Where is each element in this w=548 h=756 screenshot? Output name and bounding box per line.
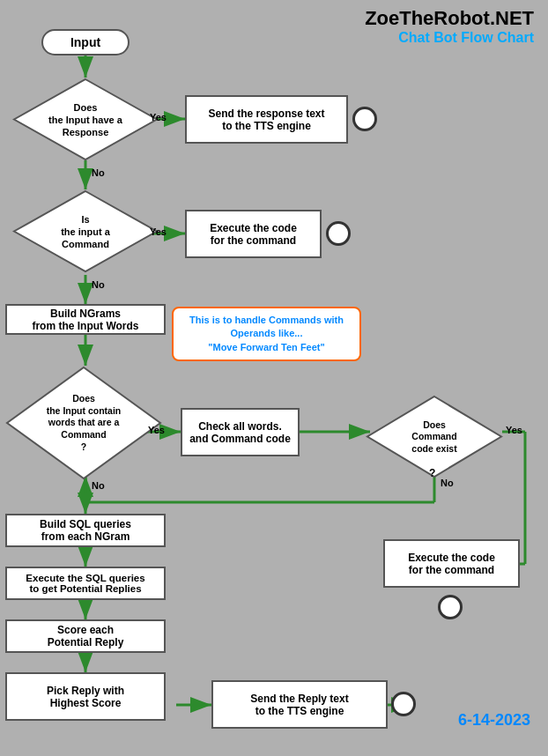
d2-yes-label: Yes xyxy=(150,226,167,237)
process-score: Score each Potential Reply xyxy=(5,619,166,653)
svg-marker-23 xyxy=(7,367,160,478)
page: ZoeTheRobot.NET Chat Bot Flow Chart xyxy=(0,0,548,756)
d1-yes-label: Yes xyxy=(150,112,167,122)
process-pick-reply: Pick Reply with Highest Score xyxy=(5,672,166,721)
d2-no-label: No xyxy=(92,279,105,290)
note-box: This is to handle Commands with Operands… xyxy=(172,307,361,361)
connector-3 xyxy=(391,692,416,716)
decision-4: DoesCommandcode exist xyxy=(366,395,503,478)
d3-yes-label: Yes xyxy=(148,425,165,435)
connector-1 xyxy=(352,107,377,131)
process-send-tts-1: Send the response text to the TTS engine xyxy=(185,95,348,144)
date-label: 6-14-2023 xyxy=(458,711,530,730)
process-execute-cmd-1: Execute the code for the command xyxy=(185,210,322,258)
svg-marker-22 xyxy=(14,191,157,271)
process-send-tts-2: Send the Reply text to the TTS engine xyxy=(211,680,388,729)
decision-4-shape xyxy=(366,395,503,478)
d1-no-label: No xyxy=(92,167,105,178)
connector-2 xyxy=(326,221,351,246)
d4-yes-label: Yes xyxy=(506,425,522,435)
decision-3: Doesthe Input containwords that are aCom… xyxy=(5,366,162,480)
decision-1: Doesthe Input have aResponse xyxy=(12,78,159,161)
decision-1-shape xyxy=(12,78,159,161)
decision-2: Isthe input aCommand xyxy=(12,189,159,273)
d4-question: ? xyxy=(429,467,435,479)
process-build-sql: Build SQL queries from each NGram xyxy=(5,514,166,547)
d4-no-label: No xyxy=(441,478,454,488)
process-build-ngrams: Build NGrams from the Input Words xyxy=(5,304,166,335)
decision-3-shape xyxy=(5,366,162,480)
svg-marker-24 xyxy=(367,397,501,477)
process-exec-sql: Execute the SQL queries to get Potential… xyxy=(5,567,166,600)
process-check-words: Check all words. and Command code xyxy=(181,408,300,456)
d3-no-label: No xyxy=(92,480,105,491)
decision-2-shape xyxy=(12,189,159,273)
input-terminal: Input xyxy=(41,29,130,56)
svg-marker-21 xyxy=(14,79,157,159)
connector-4 xyxy=(438,595,463,619)
process-execute-cmd-2: Execute the code for the command xyxy=(383,539,520,588)
